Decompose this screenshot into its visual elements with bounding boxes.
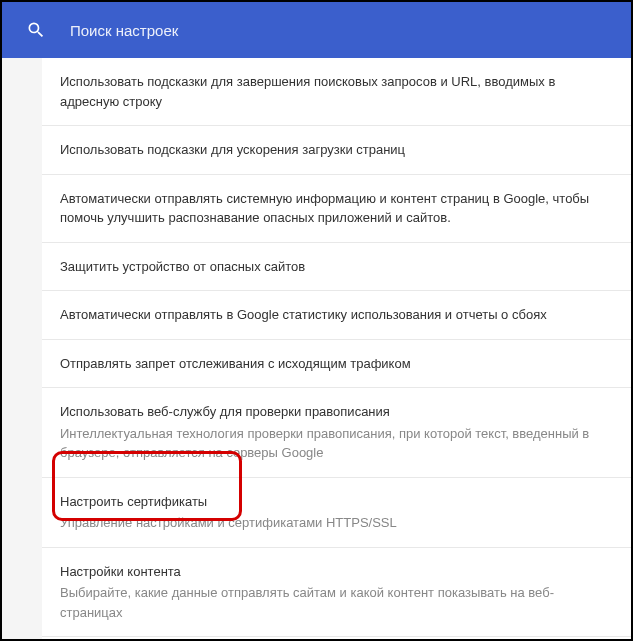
setting-do-not-track[interactable]: Отправлять запрет отслеживания с исходящ… [42,340,631,389]
setting-desc: Выбирайте, какие данные отправлять сайта… [60,583,613,622]
setting-autocomplete-suggestions[interactable]: Использовать подсказки для завершения по… [42,58,631,126]
setting-title: Настроить сертификаты [60,492,613,512]
setting-page-load-suggestions[interactable]: Использовать подсказки для ускорения заг… [42,126,631,175]
setting-title: Автоматически отправлять системную инфор… [60,189,613,228]
setting-desc: Управление настройками и сертификатами H… [60,513,613,533]
setting-title: Использовать веб-службу для проверки пра… [60,402,613,422]
setting-title: Отправлять запрет отслеживания с исходящ… [60,354,613,374]
setting-clear-history[interactable]: Очистить историю Удалить файлы cookie и … [42,637,631,639]
setting-title: Использовать подсказки для ускорения заг… [60,140,613,160]
setting-content-settings[interactable]: Настройки контента Выбирайте, какие данн… [42,548,631,638]
search-input[interactable] [70,22,607,39]
setting-title: Настройки контента [60,562,613,582]
settings-list: Использовать подсказки для завершения по… [42,58,631,639]
setting-desc: Интеллектуальная технология проверки пра… [60,424,613,463]
setting-title: Использовать подсказки для завершения по… [60,72,613,111]
setting-certificates[interactable]: Настроить сертификаты Управление настрой… [42,478,631,548]
setting-safe-browsing[interactable]: Защитить устройство от опасных сайтов [42,243,631,292]
setting-send-system-info[interactable]: Автоматически отправлять системную инфор… [42,175,631,243]
setting-spellcheck-service[interactable]: Использовать веб-службу для проверки пра… [42,388,631,478]
setting-title: Автоматически отправлять в Google статис… [60,305,613,325]
setting-usage-stats[interactable]: Автоматически отправлять в Google статис… [42,291,631,340]
content-area: Использовать подсказки для завершения по… [2,58,631,639]
settings-header [2,2,631,58]
search-icon [26,20,46,40]
setting-title: Защитить устройство от опасных сайтов [60,257,613,277]
